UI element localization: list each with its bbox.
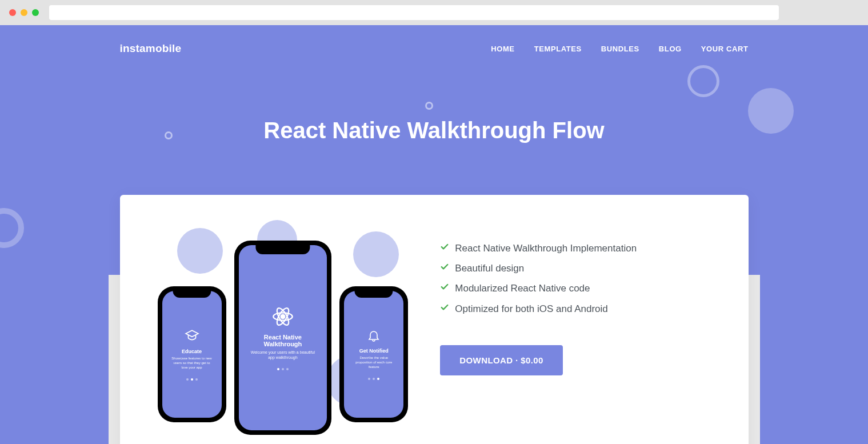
phone-left-subtitle: Showcase features to new users so that t… — [170, 357, 214, 370]
feature-item: Modularized React Native code — [440, 281, 714, 296]
check-icon — [440, 261, 449, 276]
feature-text: Beautiful design — [455, 261, 524, 276]
window-controls — [9, 9, 39, 16]
check-icon — [440, 281, 449, 296]
nav-link-blog[interactable]: BLOG — [659, 45, 682, 53]
close-window-icon[interactable] — [9, 9, 16, 16]
phone-left-title: Educate — [182, 349, 202, 354]
feature-item: Beautiful design — [440, 261, 714, 276]
phone-mockup-right: Get Notified Describe the value proposit… — [339, 286, 408, 422]
phone-center-title: React Native Walkthrough — [245, 334, 321, 347]
download-button[interactable]: DOWNLOAD · $0.00 — [440, 345, 562, 375]
check-icon — [440, 301, 449, 317]
main-nav: instamobile HOME TEMPLATES BUNDLES BLOG … — [120, 25, 749, 66]
nav-links: HOME TEMPLATES BUNDLES BLOG YOUR CART — [491, 45, 748, 53]
maximize-window-icon[interactable] — [32, 9, 39, 16]
feature-text: Modularized React Native code — [455, 281, 590, 296]
pager-dots-icon — [186, 378, 198, 381]
feature-text: React Native Walkthrough Implementation — [455, 241, 637, 256]
svg-point-0 — [281, 315, 285, 319]
check-icon — [440, 241, 449, 256]
phone-center-subtitle: Welcome your users with a beautiful app … — [249, 350, 318, 360]
product-card: Educate Showcase features to new users s… — [120, 195, 749, 444]
browser-chrome — [0, 0, 868, 25]
nav-link-cart[interactable]: YOUR CART — [701, 45, 749, 53]
page-title: React Native Walkthrough Flow — [120, 66, 749, 195]
nav-link-bundles[interactable]: BUNDLES — [601, 45, 639, 53]
logo[interactable]: instamobile — [120, 42, 182, 55]
product-details: React Native Walkthrough Implementation … — [440, 223, 714, 441]
feature-text: Optimized for both iOS and Android — [455, 301, 607, 317]
nav-link-templates[interactable]: TEMPLATES — [534, 45, 582, 53]
feature-list: React Native Walkthrough Implementation … — [440, 241, 714, 317]
hero-section: instamobile HOME TEMPLATES BUNDLES BLOG … — [0, 25, 868, 444]
bell-icon — [367, 329, 381, 342]
phone-mockup-center: React Native Walkthrough Welcome your us… — [234, 241, 331, 435]
pager-dots-icon — [277, 368, 289, 370]
graduation-cap-icon — [185, 328, 199, 343]
minimize-window-icon[interactable] — [21, 9, 27, 16]
pager-dots-icon — [368, 378, 379, 380]
phone-mockup-left: Educate Showcase features to new users s… — [158, 286, 226, 422]
feature-item: React Native Walkthrough Implementation — [440, 241, 714, 256]
phone-right-title: Get Notified — [359, 348, 389, 354]
nav-link-home[interactable]: HOME — [491, 45, 514, 53]
decor-arc-icon — [0, 208, 24, 248]
atom-icon — [271, 305, 294, 328]
phone-right-subtitle: Describe the value proposition of each c… — [353, 356, 396, 369]
feature-item: Optimized for both iOS and Android — [440, 301, 714, 317]
url-bar[interactable] — [49, 5, 779, 20]
product-image-area: Educate Showcase features to new users s… — [154, 223, 412, 441]
